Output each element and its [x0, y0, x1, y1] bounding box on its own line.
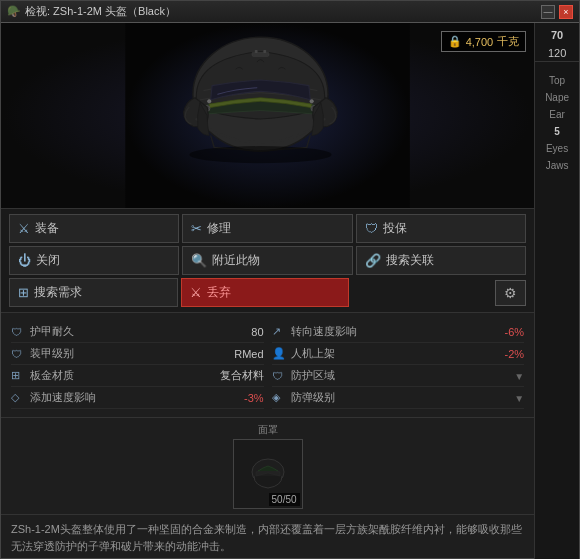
equip-button[interactable]: ⚔ 装备 — [9, 214, 179, 243]
price-badge: 🔒 4,700 千克 — [441, 31, 527, 52]
sidebar-label-5[interactable]: 5 — [537, 124, 577, 139]
sidebar-labels: Top Nape Ear 5 Eyes Jaws — [535, 68, 579, 178]
svg-point-4 — [207, 99, 211, 103]
stat-row-add-speed: ◇ 添加速度影响 -3% — [11, 387, 264, 409]
right-sidebar: 70 120 Top Nape Ear 5 Eyes Jaws — [534, 23, 579, 559]
search-need-icon: ⊞ — [18, 285, 29, 300]
person-icon: 👤 — [272, 347, 286, 360]
minimize-button[interactable]: — — [541, 5, 555, 19]
action-bar: ⚔ 装备 ✂ 修理 🛡 投保 ⏻ 关闭 — [1, 209, 534, 313]
shield-icon-1: 🛡 — [11, 326, 25, 338]
shield-icon-2: 🛡 — [11, 348, 25, 360]
link-icon: 🔗 — [365, 253, 381, 268]
power-off-button[interactable]: ⏻ 关闭 — [9, 246, 179, 275]
diamond-icon-2: ◈ — [272, 391, 286, 404]
sidebar-num-2: 120 — [535, 45, 579, 62]
destroy-icon: ⚔ — [190, 285, 202, 300]
slot-helmet-svg — [244, 454, 292, 494]
svg-rect-7 — [255, 50, 258, 53]
face-cover-label: 面罩 — [258, 423, 278, 437]
price-unit: 千克 — [497, 34, 519, 49]
grid-icon: ⊞ — [11, 369, 25, 382]
dropdown-arrow-1: ▼ — [514, 371, 524, 382]
sidebar-label-top[interactable]: Top — [537, 73, 577, 88]
stats-grid: 🛡 护甲耐久 80 🛡 装甲级别 RMed ⊞ 板金材质 复合材料 — [11, 321, 524, 409]
main-window: 🪖 检视: ZSh-1-2M 头盔（Black） — × — [0, 0, 580, 559]
item-slot-image — [243, 452, 293, 497]
shield-icon-3: 🛡 — [272, 370, 286, 382]
search-need-button[interactable]: ⊞ 搜索需求 — [9, 278, 178, 307]
title-area: 🪖 检视: ZSh-1-2M 头盔（Black） — [7, 4, 176, 19]
stats-section: 🛡 护甲耐久 80 🛡 装甲级别 RMed ⊞ 板金材质 复合材料 — [1, 313, 534, 417]
stats-left: 🛡 护甲耐久 80 🛡 装甲级别 RMed ⊞ 板金材质 复合材料 — [11, 321, 264, 409]
power-icon: ⏻ — [18, 253, 31, 268]
sidebar-num-1: 70 — [551, 27, 563, 43]
repair-icon: ✂ — [191, 221, 202, 236]
face-cover-area: 面罩 50/50 — [233, 423, 303, 509]
sidebar-label-nape[interactable]: Nape — [537, 90, 577, 105]
sidebar-label-ear[interactable]: Ear — [537, 107, 577, 122]
gear-area: ⚙ — [352, 280, 526, 306]
lock-icon: 🔒 — [448, 35, 462, 48]
item-preview: 🔒 4,700 千克 — [1, 23, 534, 209]
titlebar: 🪖 检视: ZSh-1-2M 头盔（Black） — × — [1, 1, 579, 23]
svg-rect-6 — [252, 52, 269, 56]
dropdown-arrow-2: ▼ — [514, 393, 524, 404]
sidebar-label-jaws[interactable]: Jaws — [537, 158, 577, 173]
item-slot-count: 50/50 — [269, 493, 300, 506]
stat-row-bullet-class: ◈ 防弹级别 ▼ — [272, 387, 525, 409]
stat-row-durability: 🛡 护甲耐久 80 — [11, 321, 264, 343]
repair-button[interactable]: ✂ 修理 — [182, 214, 352, 243]
stat-row-material: ⊞ 板金材质 复合材料 — [11, 365, 264, 387]
arrow-icon: ↗ — [272, 325, 286, 338]
stat-row-protection-zone: 🛡 防护区域 ▼ — [272, 365, 525, 387]
description-text: ZSh-1-2M头盔整体使用了一种坚固的合金来制造，内部还覆盖着一层方族架酰胺纤… — [11, 523, 522, 552]
search-connected-button[interactable]: 🔗 搜索关联 — [356, 246, 526, 275]
gear-button[interactable]: ⚙ — [495, 280, 526, 306]
svg-point-5 — [310, 99, 314, 103]
stats-right: ↗ 转向速度影响 -6% 👤 人机上架 -2% 🛡 防护区域 ▼ — [272, 321, 525, 409]
action-row-1: ⚔ 装备 ✂ 修理 🛡 投保 — [9, 214, 526, 243]
main-content: 🔒 4,700 千克 ⚔ 装备 ✂ 修理 🛡 — [1, 23, 579, 559]
destroy-button[interactable]: ⚔ 丢弃 — [181, 278, 350, 307]
svg-rect-8 — [263, 50, 266, 53]
item-slot-section: 面罩 50/50 — [1, 417, 534, 514]
stat-row-ergonomics: 👤 人机上架 -2% — [272, 343, 525, 365]
insure-icon: 🛡 — [365, 221, 378, 236]
stat-row-turn-speed: ↗ 转向速度影响 -6% — [272, 321, 525, 343]
sidebar-label-eyes[interactable]: Eyes — [537, 141, 577, 156]
stat-row-armor-class: 🛡 装甲级别 RMed — [11, 343, 264, 365]
window-controls: — × — [541, 5, 573, 19]
insure-button[interactable]: 🛡 投保 — [356, 214, 526, 243]
wishlist-button[interactable]: 🔍 附近此物 — [182, 246, 352, 275]
action-row-2: ⏻ 关闭 🔍 附近此物 🔗 搜索关联 — [9, 246, 526, 275]
window-title: 检视: ZSh-1-2M 头盔（Black） — [25, 4, 176, 19]
helmet-icon: 🪖 — [7, 5, 21, 18]
svg-point-9 — [189, 146, 331, 163]
search-icon: 🔍 — [191, 253, 207, 268]
item-slot[interactable]: 50/50 — [233, 439, 303, 509]
price-value: 4,700 — [466, 36, 494, 48]
equip-icon: ⚔ — [18, 221, 30, 236]
left-panel: 🔒 4,700 千克 ⚔ 装备 ✂ 修理 🛡 — [1, 23, 534, 559]
description: ZSh-1-2M头盔整体使用了一种坚固的合金来制造，内部还覆盖着一层方族架酰胺纤… — [1, 514, 534, 559]
diamond-icon-1: ◇ — [11, 391, 25, 404]
close-button[interactable]: × — [559, 5, 573, 19]
action-row-3: ⊞ 搜索需求 ⚔ 丢弃 ⚙ — [9, 278, 526, 307]
